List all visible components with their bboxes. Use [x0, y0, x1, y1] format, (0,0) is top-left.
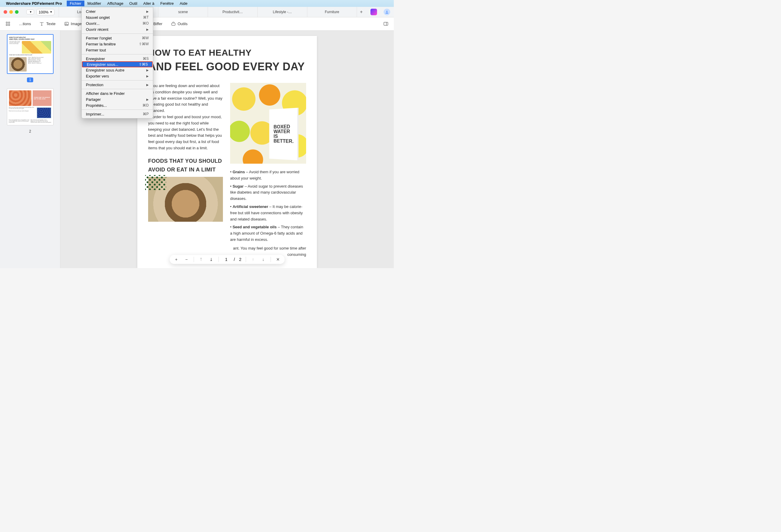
- menu-aide[interactable]: Aide: [177, 1, 191, 6]
- thumb-number-2: 2: [27, 129, 33, 134]
- menu-item-ouvrir[interactable]: Ouvrir...⌘O: [82, 21, 153, 26]
- grid-icon: [5, 21, 10, 26]
- menu-item-label: Nouvel onglet: [86, 15, 143, 20]
- zoom-selector[interactable]: 100% ▼: [37, 9, 54, 15]
- hero-image-citrus: BOXED WATER IS BETTER.: [230, 83, 306, 164]
- menu-aller-a[interactable]: Aller à: [140, 1, 157, 6]
- text-tool[interactable]: Texte: [39, 21, 55, 26]
- menu-item-imprimer[interactable]: Imprimer...⌘P: [82, 111, 153, 117]
- tab-5[interactable]: Furniture: [307, 7, 357, 17]
- close-nav-button[interactable]: ✕: [275, 257, 281, 262]
- bullet-item: • Artificial sweetener – It may be calor…: [230, 204, 306, 222]
- close-window-button[interactable]: [4, 10, 7, 14]
- menu-item-label: Imprimer...: [86, 112, 143, 116]
- zoom-in-button[interactable]: +: [173, 257, 179, 262]
- text-icon: [39, 21, 44, 26]
- menu-fenetre[interactable]: Fenêtre: [157, 1, 177, 6]
- menu-item-label: Protection: [86, 83, 146, 87]
- page-navigation-bar: + − ⤒ ⤓ / 2 ↑ ↓ ✕: [170, 255, 285, 264]
- svg-rect-4: [8, 22, 9, 23]
- maximize-window-button[interactable]: [15, 10, 18, 14]
- svg-point-2: [386, 11, 387, 12]
- menu-shortcut: ⌘P: [143, 112, 149, 116]
- new-tab-button[interactable]: +: [357, 7, 366, 17]
- menu-separator: [82, 89, 153, 89]
- menu-separator: [82, 54, 153, 54]
- bullet-item: • Seed and vegetable oils – They contain…: [230, 224, 306, 243]
- next-page-button[interactable]: ↓: [260, 257, 266, 262]
- tab-4[interactable]: Lifestyle -…: [257, 7, 307, 17]
- menu-outil[interactable]: Outil: [126, 1, 140, 6]
- thumb-banner: FOODS THAT YOU SHOULD EAT TO FEEL GOOD: [33, 90, 51, 106]
- menu-item-label: Fermer tout: [86, 48, 149, 52]
- mac-menubar: Wondershare PDFelement Pro Fichier Modif…: [0, 0, 394, 7]
- menu-item-propri-t-s[interactable]: Propriétés...⌘D: [82, 102, 153, 108]
- svg-rect-5: [6, 24, 7, 26]
- image-tool[interactable]: Image: [64, 21, 82, 26]
- fichier-menu-dropdown: Créer▶Nouvel onglet⌘TOuvrir...⌘OOuvrir r…: [81, 7, 153, 119]
- window-chrome: ▼ 100% ▼ Logist… …yle -… scene Productiv…: [0, 7, 394, 17]
- tools-tool[interactable]: Outils: [171, 21, 188, 26]
- page-total: 2: [239, 257, 242, 262]
- menu-item-exporter-vers[interactable]: Exporter vers▶: [82, 73, 153, 79]
- app-name[interactable]: Wondershare PDFelement Pro: [6, 1, 62, 6]
- zoom-out-button[interactable]: −: [183, 257, 190, 262]
- menu-item-fermer-la-fen-tre[interactable]: Fermer la fenêtre⇧⌘W: [82, 41, 153, 47]
- sidebar-view-toggle[interactable]: ▼: [26, 9, 34, 14]
- image-label: Image: [71, 22, 82, 26]
- menu-item-fermer-l-onglet[interactable]: Fermer l'onglet⌘W: [82, 35, 153, 41]
- wondershare-logo-icon[interactable]: [370, 9, 377, 15]
- menu-item-label: Exporter vers: [86, 74, 146, 78]
- text-label: Texte: [46, 22, 55, 26]
- thumbnail-panel: HOW TO EAT HEALTHY AND FEEL GOOD EVERY D…: [0, 31, 60, 268]
- svg-rect-3: [6, 22, 7, 23]
- svg-rect-16: [171, 23, 175, 26]
- chevron-down-icon: ▼: [29, 10, 32, 13]
- menu-item-partager[interactable]: Partager▶: [82, 96, 153, 102]
- menu-item-afficher-dans-le-finder[interactable]: Afficher dans le Finder: [82, 90, 153, 96]
- menu-item-ouvrir-r-cent[interactable]: Ouvrir récent▶: [82, 26, 153, 32]
- menu-fichier[interactable]: Fichier: [67, 1, 84, 6]
- thumbnail-page-1[interactable]: HOW TO EAT HEALTHY AND FEEL GOOD EVERY D…: [7, 34, 53, 74]
- submenu-arrow-icon: ▶: [146, 83, 149, 86]
- main-toolbar: …tions Texte Image Lien Formulaire Biffe…: [0, 17, 394, 31]
- menu-item-label: Propriétés...: [86, 103, 142, 108]
- toolbox-icon: [171, 21, 176, 26]
- menu-item-label: Partager: [86, 97, 146, 102]
- user-icon: [385, 10, 389, 14]
- intro-text: If you are feeling down and worried abou…: [148, 83, 223, 152]
- annotations-tool[interactable]: …tions: [19, 22, 31, 26]
- menu-modifier[interactable]: Modifier: [84, 1, 104, 6]
- menu-item-fermer-tout[interactable]: Fermer tout: [82, 47, 153, 53]
- menu-item-label: Fermer l'onglet: [86, 36, 142, 40]
- prev-page-button[interactable]: ↑: [250, 257, 256, 262]
- thumbnail-page-2[interactable]: FOODS THAT YOU SHOULD EAT TO FEEL GOOD M…: [7, 88, 53, 125]
- carton-text: BOXED WATER IS BETTER.: [274, 124, 294, 144]
- page-title-2: AND FEEL GOOD EVERY DAY: [148, 58, 306, 75]
- menu-item-cr-er[interactable]: Créer▶: [82, 8, 153, 14]
- menu-affichage[interactable]: Affichage: [104, 1, 126, 6]
- minimize-window-button[interactable]: [9, 10, 13, 14]
- thumb-image-coffee: [9, 57, 27, 72]
- tab-3[interactable]: Productivit…: [208, 7, 257, 17]
- user-avatar[interactable]: [384, 9, 390, 15]
- thumb-text: Most of the fruits and vegetables contai…: [31, 120, 51, 123]
- thumbnails-toggle[interactable]: [5, 21, 10, 26]
- thumb-text: Most of our food contains good things bu…: [9, 107, 35, 119]
- menu-item-enregistrer-sous-autre[interactable]: Enregistrer sous Autre▶: [82, 67, 153, 73]
- menu-shortcut: ⌘S: [143, 56, 149, 61]
- page-sep: /: [234, 257, 235, 262]
- menu-item-nouvel-onglet[interactable]: Nouvel onglet⌘T: [82, 14, 153, 21]
- thumb-image-grapefruit: [9, 90, 32, 106]
- menu-item-enregistrer-sous[interactable]: Enregistrer sous...⇧⌘S: [82, 62, 153, 67]
- thumb-text: Fruits and vegetables Fruits and vegetab…: [9, 120, 30, 123]
- menu-item-protection[interactable]: Protection▶: [82, 82, 153, 88]
- tab-2[interactable]: scene: [158, 7, 208, 17]
- properties-panel-toggle[interactable]: [383, 21, 388, 26]
- first-page-button[interactable]: ⤒: [198, 257, 204, 262]
- current-page-input[interactable]: [223, 257, 230, 262]
- zoom-value: 100%: [39, 10, 48, 14]
- last-page-button[interactable]: ⤓: [208, 257, 214, 262]
- menu-item-enregistrer[interactable]: Enregistrer⌘S: [82, 56, 153, 62]
- submenu-arrow-icon: ▶: [146, 98, 149, 101]
